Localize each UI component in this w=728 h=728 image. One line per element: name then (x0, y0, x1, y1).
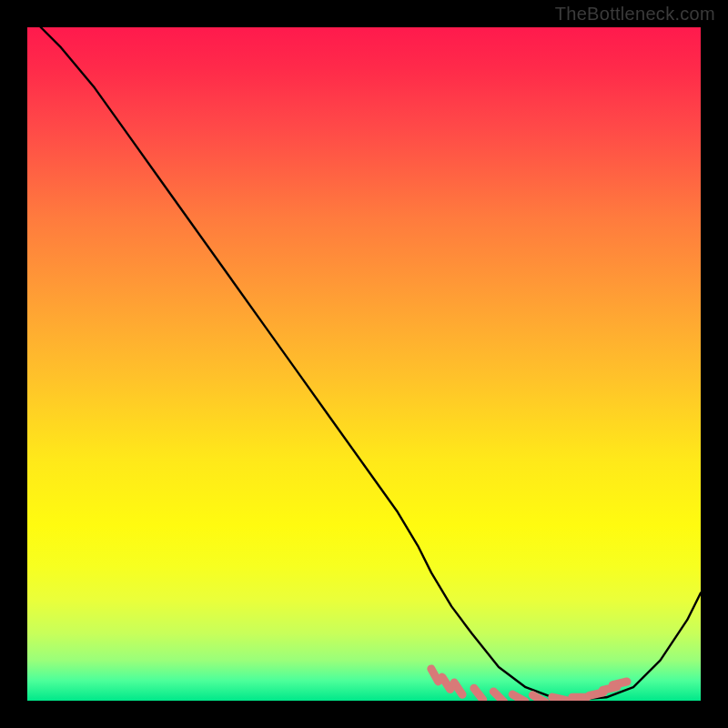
chart-svg (27, 27, 701, 701)
watermark-text: TheBottleneck.com (555, 4, 715, 25)
plot-area (27, 27, 701, 701)
curve-markers (431, 669, 627, 701)
curve-marker-dot (593, 691, 599, 696)
curve-marker-dot (443, 681, 449, 686)
curve-marker-dot (496, 693, 501, 699)
curve-marker-dot (432, 672, 438, 678)
bottleneck-curve-line (41, 27, 701, 700)
curve-marker-dot (617, 681, 622, 686)
curve-marker-dot (577, 694, 582, 700)
curve-marker-dot (476, 691, 481, 696)
curve-marker-dot (455, 685, 460, 691)
curve-marker-dot (516, 695, 521, 701)
